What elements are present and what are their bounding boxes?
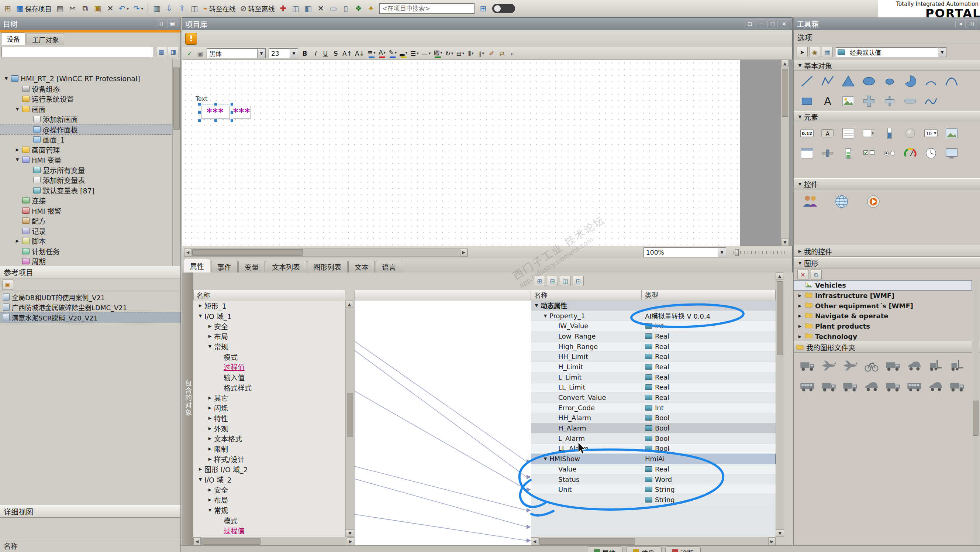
highlight-color-button[interactable]: ▂▾	[398, 48, 409, 59]
contained-object-row[interactable]: ▼I/O 域_1	[193, 311, 345, 321]
contained-object-row[interactable]: ▶特性	[193, 413, 345, 423]
canvas-page[interactable]	[182, 60, 740, 246]
web-browser-icon[interactable]	[830, 191, 853, 212]
selection-handle[interactable]	[198, 103, 201, 106]
collapse-icon[interactable]: ▼	[206, 508, 214, 512]
combo-icon[interactable]	[859, 123, 879, 143]
zoom-slider-thumb[interactable]	[735, 249, 739, 256]
zoom-slider[interactable]	[733, 249, 788, 256]
expand-icon[interactable]: ▶	[206, 426, 214, 431]
expand-icon[interactable]: ▶	[206, 457, 214, 461]
download-to-device-icon[interactable]: ⇩	[163, 2, 176, 15]
io-field-2[interactable]: ***	[233, 106, 251, 118]
property-row[interactable]: LL_AlarmBool	[531, 444, 776, 454]
forklift-icon[interactable]	[925, 355, 947, 376]
checkbox-icon[interactable]	[859, 143, 879, 163]
split-editor-icon[interactable]: ◧	[302, 2, 314, 15]
text-icon[interactable]: A	[817, 91, 838, 111]
superscript-button[interactable]: A↑	[341, 48, 353, 59]
expand-icon[interactable]: ▶	[206, 405, 214, 410]
section-my-controls[interactable]: ▶我的控件	[794, 246, 980, 257]
selection-handle[interactable]	[214, 103, 217, 106]
tree-item[interactable]: 周期	[0, 256, 172, 266]
property-row[interactable]: ▼HMIShowHmiAi	[531, 454, 776, 464]
collapse-icon[interactable]: ▼	[2, 76, 10, 81]
bold-button[interactable]: B	[300, 48, 310, 59]
close-window-button[interactable]: ✕	[779, 19, 789, 29]
expand-icon[interactable]: ▶	[13, 147, 21, 152]
pen-color-button[interactable]: ✎▾	[387, 48, 398, 59]
tree-item[interactable]: 计划任务	[0, 246, 172, 257]
truck-icon[interactable]	[818, 376, 839, 397]
project-search-input[interactable]	[379, 3, 474, 14]
language-icon[interactable]: ✦	[364, 2, 377, 15]
curve-icon[interactable]	[941, 71, 962, 91]
property-row[interactable]: Low_RangeReal	[531, 331, 776, 341]
property-row[interactable]: HH_AlarmBool	[531, 413, 776, 423]
expand-icon[interactable]: ▶	[206, 324, 214, 329]
align-vertical-button[interactable]: ⫵▾	[476, 48, 486, 59]
property-row[interactable]: ▼动态属性	[531, 300, 776, 311]
float-panel-icon[interactable]: ▣	[167, 19, 178, 28]
tab-文本列表[interactable]: 文本列表	[266, 261, 306, 273]
library-window-titlebar[interactable]: 项目库 ⊡ ─ ◻ ✕	[182, 18, 792, 30]
expand-icon[interactable]: ▶	[13, 239, 21, 243]
bottom-tab-属性[interactable]: 属性	[587, 546, 622, 552]
rect-icon[interactable]	[797, 91, 817, 111]
section-elements[interactable]: ▼元素	[794, 111, 980, 122]
slider-shape-icon[interactable]	[879, 91, 900, 111]
collapse-icon[interactable]: ▼	[206, 344, 214, 349]
font-color-button[interactable]: A▾	[377, 48, 387, 59]
bicycle-icon[interactable]	[861, 355, 882, 376]
print-icon[interactable]: ▤	[54, 2, 67, 15]
tree-item[interactable]: @操作面板	[0, 124, 172, 135]
van-icon[interactable]	[861, 376, 882, 397]
maximize-window-button[interactable]: ◻	[767, 19, 778, 29]
online-status-toggle[interactable]	[492, 4, 515, 13]
contained-object-row[interactable]: ▼常规	[193, 341, 345, 352]
remove-graphic-icon[interactable]: ✕	[797, 270, 808, 280]
view-options-icon[interactable]: ▦	[156, 47, 167, 57]
battery-icon[interactable]	[838, 143, 859, 163]
tree-item[interactable]: 显示所有变量	[0, 165, 172, 175]
select-cursor-icon[interactable]: ➤	[797, 47, 808, 57]
canvas-horizontal-scrollbar[interactable]: ◀ ▶	[184, 249, 468, 257]
radio-icon[interactable]	[879, 143, 900, 163]
save-project-button[interactable]: ▦保存项目	[14, 2, 54, 15]
property-row[interactable]: ValueReal	[531, 464, 776, 474]
collapse-panel-icon[interactable]: ◂	[955, 19, 966, 28]
contained-object-row[interactable]: ▶其它	[193, 392, 345, 403]
chevron-down-icon[interactable]: ▼	[257, 49, 265, 58]
property-row[interactable]: H_LimitReal	[531, 362, 776, 372]
tree-item[interactable]: 运行系统设置	[0, 94, 172, 104]
property-row[interactable]: ▼Property_1AI模拟量转换 V 0.0.4	[531, 311, 776, 321]
expand-icon[interactable]: ▶	[796, 303, 804, 308]
pie-icon[interactable]	[900, 71, 921, 91]
clock-icon[interactable]	[921, 143, 941, 163]
property-row[interactable]: Convert_ValueReal	[531, 392, 776, 403]
touch-input-icon[interactable]: ❖	[352, 2, 364, 15]
chevron-down-icon[interactable]: ▼	[290, 49, 298, 58]
bottom-tab-信息[interactable]: 信息	[626, 546, 662, 552]
graphics-tree-item[interactable]: ▶Technology	[794, 331, 972, 341]
tree-item[interactable]: 记录	[0, 226, 172, 236]
expand-icon[interactable]: ▶	[796, 313, 804, 318]
graphics-tree-item[interactable]: ▶Infrastructure [WMF]	[794, 290, 972, 301]
collapse-all-icon[interactable]: ⊟	[547, 276, 558, 286]
round-button-icon[interactable]	[900, 123, 921, 143]
truck2-icon[interactable]	[947, 376, 968, 397]
line-style-button[interactable]: ☰▾	[409, 48, 420, 59]
expand-icon[interactable]: ▶	[206, 436, 214, 441]
gauge-icon[interactable]	[900, 143, 921, 163]
plane-icon[interactable]	[818, 355, 839, 376]
tab-文本[interactable]: 文本	[348, 261, 375, 273]
property-row[interactable]: IW_ValueInt	[531, 321, 776, 331]
collapse-icon[interactable]: ▼	[196, 477, 204, 482]
canvas-vertical-scrollbar[interactable]: ▲ ▼	[781, 60, 789, 246]
faceplate-canvas[interactable]: Text *** *** ▲ ▼	[182, 60, 793, 246]
collapse-icon[interactable]: ▼	[533, 303, 541, 308]
tab-变量[interactable]: 变量	[239, 261, 265, 273]
window-icon[interactable]	[797, 143, 817, 163]
expand-icon[interactable]: ▶	[206, 396, 214, 400]
paste-format-icon[interactable]: ▣	[195, 48, 205, 59]
